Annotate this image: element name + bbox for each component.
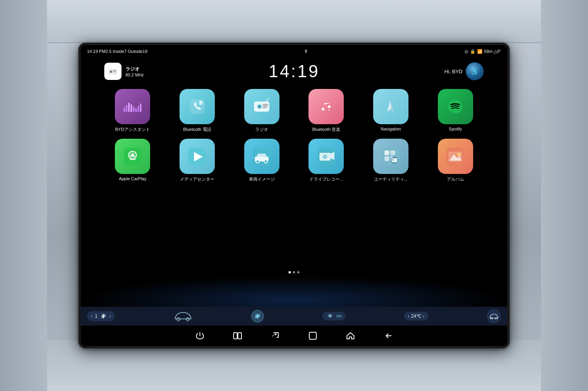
svg-text:*: * [328,109,330,113]
app-label-byd-assistant: BYDアシスタント [115,127,150,132]
dot-3 [297,271,299,273]
ac-temp-group[interactable]: ‹ 24℃ › [404,312,428,320]
app-label-bt-music: Bluetooth 音楽 [312,127,341,132]
app-label-vehicle: 車両イメージ [249,176,275,182]
fan-next-icon[interactable]: › [109,313,111,319]
app-icon-bt-music: * [309,89,344,124]
svg-point-49 [177,318,180,321]
nav-split-button[interactable] [230,329,245,343]
app-icon-byd-assistant [115,89,150,124]
svg-rect-38 [390,150,395,155]
radio-freq: 80.2 MHz [125,72,144,77]
app-vehicle[interactable]: 車両イメージ [233,139,290,182]
svg-text:B: B [199,100,203,106]
temperature: 24℃ [411,313,421,319]
app-dashcam[interactable]: ドライブレコー... [298,139,355,182]
app-label-radio: ラジオ [255,127,268,132]
nav-bar [81,326,507,346]
svg-rect-58 [309,332,316,339]
app-utility[interactable]: ユーティリティ... [363,139,419,182]
apps-grid-row1: BYDアシスタント B [104,89,484,182]
svg-point-30 [264,160,267,163]
app-carplay[interactable]: Apple CarPlay [104,139,161,182]
fan-icon-left [100,313,107,320]
ac-car-button[interactable] [487,309,501,323]
status-right-icons: ◎ 🔒 📶 58m △0° [465,49,501,54]
svg-point-50 [186,318,189,321]
outer-background: 14:19 PM2.5 Inside7 Outside19 🎙 ◎ 🔒 📶 58… [0,0,588,391]
app-spotify[interactable]: Spotify [427,89,484,132]
app-radio[interactable]: ラジオ [233,89,290,132]
app-label-navigation: Navigation [381,127,401,131]
app-icon-navigation [373,89,408,124]
app-byd-assistant[interactable]: BYDアシスタント [104,89,161,132]
status-bar: 14:19 PM2.5 Inside7 Outside19 🎙 ◎ 🔒 📶 58… [81,45,507,58]
app-icon-media [180,139,215,174]
app-label-bt-phone: Bluetooth 電話 [183,127,211,132]
svg-rect-12 [263,104,268,105]
fan-speed-left: 1 [95,313,98,319]
nav-power-button[interactable] [193,329,207,343]
svg-rect-56 [234,333,237,339]
svg-line-15 [267,98,269,101]
svg-rect-4 [113,71,116,72]
fan-prev-icon[interactable]: ‹ [91,313,93,319]
nav-home-button[interactable] [343,329,358,343]
app-album[interactable]: アルバム [427,139,484,182]
radio-info: ラジオ 80.2 MHz [125,66,144,77]
temp-prev[interactable]: ‹ [408,313,410,319]
temp-next[interactable]: › [423,313,425,319]
app-icon-radio [244,89,279,124]
location-icon: ◎ [465,49,468,54]
battery-text: 58m △0° [484,49,501,54]
nav-back-button[interactable] [381,329,395,343]
svg-rect-42 [392,158,397,162]
app-label-dashcam: ドライブレコー... [309,176,343,182]
app-bt-music[interactable]: * Bluetooth 音楽 [298,89,355,132]
ac-on-indicator[interactable]: ON [322,312,346,320]
app-bt-phone[interactable]: B Bluetooth 電話 [169,89,226,132]
byd-greeting: Hi, BYD [445,69,463,74]
byd-avatar: S [466,62,484,80]
nav-overview-button[interactable] [306,329,320,343]
ac-car-icon [173,310,193,323]
app-icon-album [438,139,473,174]
left-panel [0,0,47,391]
app-navigation[interactable]: Navigation [363,89,419,132]
tablet-screen: 14:19 PM2.5 Inside7 Outside19 🎙 ◎ 🔒 📶 58… [81,45,507,346]
ac-fan-left[interactable]: ‹ 1 › [87,311,115,321]
svg-point-11 [259,106,260,107]
tablet-bezel: 14:19 PM2.5 Inside7 Outside19 🎙 ◎ 🔒 📶 58… [78,43,510,348]
tablet-wrapper: 14:19 PM2.5 Inside7 Outside19 🎙 ◎ 🔒 📶 58… [78,43,510,348]
clock-display: 14:19 [269,62,319,81]
ac-main-fan-button[interactable] [251,310,264,322]
app-label-spotify: Spotify [449,127,462,131]
svg-marker-18 [387,101,390,112]
main-content: ラジオ 80.2 MHz 14:19 Hi, BYD S [81,58,507,307]
svg-rect-57 [238,333,241,339]
dot-2 [293,271,295,273]
wave-decoration [81,275,507,307]
app-label-carplay: Apple CarPlay [119,176,146,181]
app-icon-vehicle [244,139,279,174]
pagination-dots [289,271,299,273]
app-label-utility: ユーティリティ... [374,176,408,182]
status-left-text: 14:19 PM2.5 Inside7 Outside19 [87,49,147,54]
nav-cast-button[interactable] [268,329,282,343]
svg-marker-19 [390,101,394,112]
app-icon-dashcam [309,139,344,174]
svg-point-43 [392,159,394,161]
radio-widget-icon [104,63,122,80]
byd-widget: Hi, BYD S [445,62,484,80]
app-media[interactable]: メディアセンター [169,139,226,182]
svg-rect-3 [113,70,116,71]
svg-point-20 [448,100,462,114]
app-label-media: メディアセンター [180,176,214,182]
svg-point-2 [111,71,112,72]
app-icon-carplay [115,139,150,174]
radio-widget[interactable]: ラジオ 80.2 MHz [104,63,144,80]
app-label-album: アルバム [447,176,464,182]
app-icon-utility [373,139,408,174]
radio-title: ラジオ [125,66,144,72]
svg-point-54 [490,318,492,320]
